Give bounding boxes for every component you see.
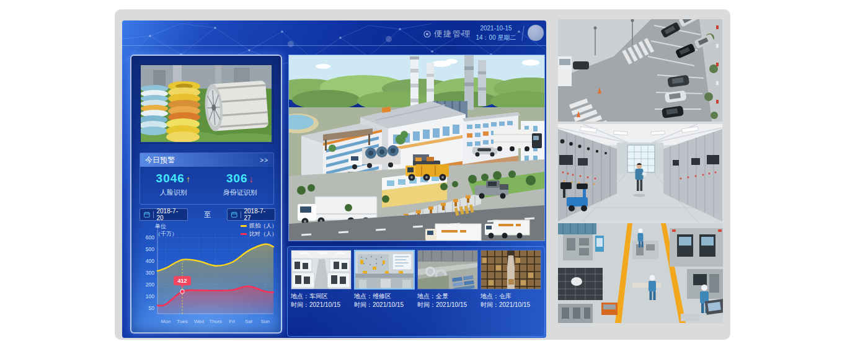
svg-text:Thurs: Thurs: [209, 319, 221, 324]
workshop-thumbnail: [291, 250, 352, 290]
maintenance-thumbnail: [354, 250, 415, 290]
app-title-text: 便捷管理: [434, 29, 471, 40]
factory-campus-illustration: [288, 55, 545, 241]
svg-text:600: 600: [146, 234, 154, 241]
chip-divider: [241, 211, 241, 218]
factory-floor-feed[interactable]: [558, 223, 723, 323]
svg-text:Mon: Mon: [161, 319, 171, 324]
svg-text:Sat: Sat: [245, 319, 253, 324]
cable-coils-photo: [140, 64, 273, 144]
svg-text:300: 300: [146, 270, 154, 276]
camera-location: 地点：车间区: [291, 292, 352, 301]
camera-thumb-workshop[interactable]: 地点：车间区 时间：2021/10/15: [291, 250, 352, 309]
start-date-value: 2018-7-20: [157, 208, 184, 221]
stat-id-recognition: 306↓ 身份证识别: [207, 172, 274, 197]
camera-time: 时间：2021/10/15: [480, 301, 541, 309]
svg-text:500: 500: [146, 246, 154, 252]
camera-time: 时间：2021/10/15: [354, 301, 415, 309]
svg-text:200: 200: [146, 281, 154, 288]
app-title: 便捷管理: [423, 29, 471, 40]
control-room-feed[interactable]: [558, 124, 722, 221]
calendar-icon: [231, 211, 237, 218]
date-range-row: 2018-7-20 至 2018-7-27: [140, 208, 275, 221]
line-chart: 单位 （千万） 抓拍（人） 比对（人） 50100200300400500600…: [136, 223, 278, 330]
header-time: 14：00 星期二: [475, 33, 517, 42]
svg-text:Fri: Fri: [229, 319, 236, 324]
header-datetime: 2021-10-15 14：00 星期二: [475, 24, 517, 42]
chart-unit-label: 单位 （千万）: [155, 223, 177, 237]
header-date: 2021-10-15: [475, 24, 517, 33]
trend-up-icon: ↑: [186, 174, 191, 184]
stat-face-recognition: 3046↑ 人脸识别: [140, 172, 207, 197]
panorama-thumbnail: [417, 250, 478, 290]
camera-thumb-panorama[interactable]: 地点：全景 时间：2021/10/15: [417, 250, 478, 309]
start-date-picker[interactable]: 2018-7-20: [140, 208, 188, 221]
left-panel: 今日预警 >> 3046↑ 人脸识别 306↓ 身份证识别: [130, 55, 282, 334]
parking-lot-feed[interactable]: [558, 19, 722, 122]
svg-text:Tues: Tues: [177, 319, 188, 324]
svg-text:100: 100: [146, 293, 154, 299]
today-alerts-box: 今日预警 >> 3046↑ 人脸识别 306↓ 身份证识别: [140, 153, 274, 205]
chart-legend: 抓拍（人） 比对（人）: [241, 222, 277, 238]
svg-text:412: 412: [178, 278, 187, 284]
user-avatar[interactable]: [528, 25, 544, 41]
trend-down-icon: ↓: [249, 174, 254, 184]
header-divider: [521, 25, 524, 41]
alerts-title: 今日预警: [145, 155, 175, 166]
legend-swatch-compare: [241, 233, 247, 235]
chart-canvas: 50100200300400500600MonTuesWedThursFriSa…: [136, 223, 278, 330]
camera-thumb-maintenance[interactable]: 地点：维修区 时间：2021/10/15: [354, 250, 415, 309]
svg-text:50: 50: [149, 305, 155, 311]
svg-text:Wed: Wed: [194, 319, 204, 324]
dashboard: 便捷管理 2021-10-15 14：00 星期二: [122, 20, 546, 338]
camera-location: 地点：仓库: [480, 292, 541, 301]
dashboard-header: 便捷管理 2021-10-15 14：00 星期二: [122, 20, 546, 46]
app-logo-icon: [423, 30, 431, 38]
svg-text:400: 400: [146, 258, 154, 264]
warehouse-thumbnail: [480, 250, 541, 290]
range-separator: 至: [204, 210, 211, 219]
chip-divider: [153, 211, 154, 218]
camera-time: 时间：2021/10/15: [291, 301, 352, 309]
calendar-icon: [144, 211, 150, 218]
alerts-more-link[interactable]: >>: [260, 157, 268, 164]
camera-time: 时间：2021/10/15: [417, 301, 478, 309]
camera-location: 地点：全景: [417, 292, 478, 301]
end-date-picker[interactable]: 2018-7-27: [227, 208, 275, 221]
camera-panel: 地点：车间区 时间：2021/10/15: [287, 246, 545, 337]
end-date-value: 2018-7-27: [244, 208, 272, 221]
legend-swatch-capture: [241, 225, 247, 227]
camera-location: 地点：维修区: [354, 292, 415, 301]
camera-thumb-warehouse[interactable]: 地点：仓库 时间：2021/10/15: [480, 250, 541, 309]
svg-text:Sun: Sun: [261, 319, 270, 324]
